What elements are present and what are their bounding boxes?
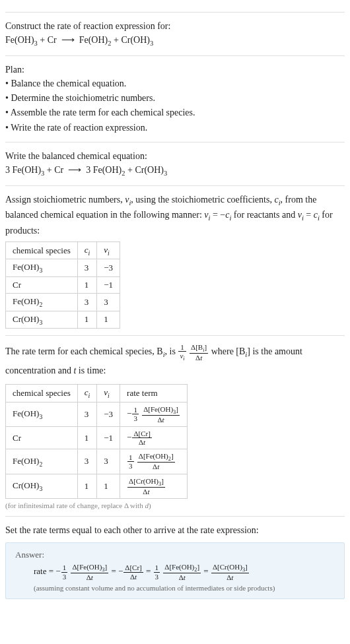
cell-rate: 13 Δ[Fe(OH)2]Δt xyxy=(120,449,188,474)
cell-vi: 3 xyxy=(97,293,120,311)
balanced-section: Write the balanced chemical equation: 3 … xyxy=(5,142,345,179)
cell-vi: −3 xyxy=(97,402,120,426)
cell-ci: 3 xyxy=(77,449,97,474)
col-rate: rate term xyxy=(120,385,188,402)
cell-ci: 1 xyxy=(77,276,97,293)
unbalanced-equation: Fe(OH)3 + Cr ⟶ Fe(OH)2 + Cr(OH)3 xyxy=(5,33,345,49)
stoich-section: Assign stoichiometric numbers, νi, using… xyxy=(5,185,345,329)
stoich-table: chemical species ci νi Fe(OH)3 3 −3 Cr 1… xyxy=(5,242,120,329)
header-section: Construct the rate of reaction expressio… xyxy=(5,12,345,49)
plan-item: • Write the rate of reaction expression. xyxy=(5,121,345,135)
cell-species: Cr xyxy=(6,427,78,449)
cell-ci: 1 xyxy=(77,311,97,329)
cell-vi: −1 xyxy=(97,427,120,449)
cell-species: Cr xyxy=(6,276,78,293)
cell-species: Fe(OH)3 xyxy=(6,402,78,426)
table-row: Fe(OH)2 3 3 13 Δ[Fe(OH)2]Δt xyxy=(6,449,188,474)
cell-vi: 1 xyxy=(97,474,120,498)
table-row: Fe(OH)3 3 −3 xyxy=(6,259,120,277)
cell-rate: −13 Δ[Fe(OH)3]Δt xyxy=(120,402,188,426)
rate-term-intro: The rate term for each chemical species,… xyxy=(5,342,345,380)
cell-ci: 3 xyxy=(77,293,97,311)
table-header-row: chemical species ci νi rate term xyxy=(6,385,188,402)
cell-vi: 3 xyxy=(97,449,120,474)
col-vi: νi xyxy=(97,385,120,402)
answer-box: Answer: rate = −13 Δ[Fe(OH)3]Δt = −Δ[Cr]… xyxy=(5,542,345,599)
answer-label: Answer: xyxy=(15,550,335,560)
table-row: Cr 1 −1 xyxy=(6,276,120,293)
plan-label: Plan: xyxy=(5,63,345,77)
cell-ci: 1 xyxy=(77,427,97,449)
cell-vi: −3 xyxy=(97,259,120,277)
stoich-intro: Assign stoichiometric numbers, νi, using… xyxy=(5,193,345,238)
balanced-equation: 3 Fe(OH)3 + Cr ⟶ 3 Fe(OH)2 + Cr(OH)3 xyxy=(5,163,345,179)
table-row: Cr(OH)3 1 1 Δ[Cr(OH)3]Δt xyxy=(6,474,188,498)
cell-species: Cr(OH)3 xyxy=(6,311,78,329)
balanced-label: Write the balanced chemical equation: xyxy=(5,149,345,163)
answer-note: (assuming constant volume and no accumul… xyxy=(34,584,335,592)
table-row: Cr(OH)3 1 1 xyxy=(6,311,120,329)
plan-item: • Determine the stoichiometric numbers. xyxy=(5,91,345,106)
plan-item: • Assemble the rate term for each chemic… xyxy=(5,106,345,120)
cell-species: Cr(OH)3 xyxy=(6,474,78,498)
table-row: Fe(OH)2 3 3 xyxy=(6,293,120,311)
cell-species: Fe(OH)3 xyxy=(6,259,78,277)
prompt-text: Construct the rate of reaction expressio… xyxy=(5,19,345,33)
answer-equation: rate = −13 Δ[Fe(OH)3]Δt = −Δ[Cr]Δt = 13 … xyxy=(34,563,335,581)
cell-rate: Δ[Cr(OH)3]Δt xyxy=(120,474,188,498)
cell-rate: −Δ[Cr]Δt xyxy=(120,427,188,449)
cell-species: Fe(OH)2 xyxy=(6,449,78,474)
table-row: Fe(OH)3 3 −3 −13 Δ[Fe(OH)3]Δt xyxy=(6,402,188,426)
plan-item: • Balance the chemical equation. xyxy=(5,77,345,91)
cell-ci: 3 xyxy=(77,259,97,277)
col-ci: ci xyxy=(77,242,97,259)
rate-term-caption: (for infinitesimal rate of change, repla… xyxy=(5,501,345,509)
col-species: chemical species xyxy=(6,385,78,402)
col-vi: νi xyxy=(97,242,120,259)
col-species: chemical species xyxy=(6,242,78,259)
table-header-row: chemical species ci νi xyxy=(6,242,120,259)
rate-term-table: chemical species ci νi rate term Fe(OH)3… xyxy=(5,384,188,499)
rate-term-section: The rate term for each chemical species,… xyxy=(5,335,345,509)
cell-ci: 3 xyxy=(77,402,97,426)
cell-ci: 1 xyxy=(77,474,97,498)
col-ci: ci xyxy=(77,385,97,402)
final-intro: Set the rate terms equal to each other t… xyxy=(5,523,345,537)
plan-section: Plan: • Balance the chemical equation. •… xyxy=(5,55,345,136)
cell-species: Fe(OH)2 xyxy=(6,293,78,311)
final-section: Set the rate terms equal to each other t… xyxy=(5,516,345,599)
cell-vi: 1 xyxy=(97,311,120,329)
table-row: Cr 1 −1 −Δ[Cr]Δt xyxy=(6,427,188,449)
cell-vi: −1 xyxy=(97,276,120,293)
